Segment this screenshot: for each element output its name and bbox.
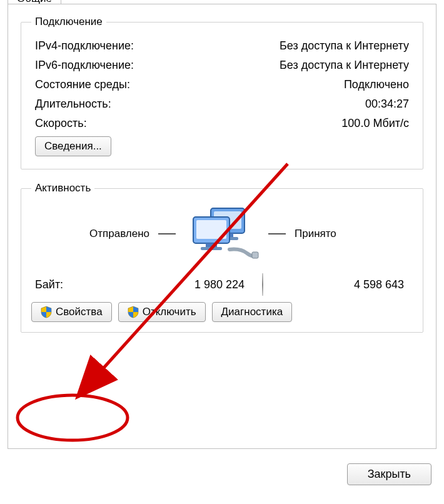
details-button[interactable]: Сведения... — [35, 136, 111, 156]
row-ipv4: IPv4-подключение: Без доступа к Интернет… — [35, 39, 409, 53]
sent-label: Отправлено — [89, 228, 149, 240]
shield-icon — [128, 306, 139, 318]
divider-right — [268, 233, 286, 234]
disable-button[interactable]: Отключить — [118, 302, 206, 322]
properties-button[interactable]: Свойства — [31, 302, 112, 322]
dialog-buttons: Закрыть — [347, 463, 431, 485]
properties-button-label: Свойства — [56, 306, 103, 318]
row-ipv6: IPv6-подключение: Без доступа к Интернет… — [35, 59, 409, 72]
recv-label: Принято — [295, 228, 336, 240]
bytes-sent: 1 980 224 — [116, 278, 262, 291]
label-media: Состояние среды: — [35, 78, 130, 91]
value-ipv6: Без доступа к Интернету — [280, 59, 409, 72]
svg-rect-5 — [196, 220, 226, 239]
connection-legend: Подключение — [31, 16, 106, 28]
activity-header: Отправлено — [31, 206, 413, 262]
diagnose-button-label: Диагностика — [221, 306, 283, 318]
diagnose-button[interactable]: Диагностика — [212, 302, 293, 322]
bytes-recv: 4 598 643 — [263, 278, 409, 291]
close-button[interactable]: Закрыть — [347, 463, 431, 485]
tab-panel-general: Подключение IPv4-подключение: Без доступ… — [8, 4, 436, 449]
network-computers-icon — [184, 206, 260, 262]
label-speed: Скорость: — [35, 117, 87, 130]
value-duration: 00:34:27 — [365, 98, 409, 111]
value-ipv4: Без доступа к Интернету — [280, 39, 409, 53]
bytes-row: Байт: 1 980 224 4 598 643 — [35, 273, 409, 296]
row-speed: Скорость: 100.0 Мбит/с — [35, 117, 409, 130]
divider-left — [158, 233, 176, 234]
row-duration: Длительность: 00:34:27 — [35, 98, 409, 111]
svg-rect-8 — [252, 252, 258, 258]
svg-rect-6 — [206, 243, 217, 247]
disable-button-label: Отключить — [143, 306, 196, 318]
label-duration: Длительность: — [35, 98, 111, 111]
label-ipv6: IPv6-подключение: — [35, 59, 134, 72]
connection-group: Подключение IPv4-подключение: Без доступ… — [21, 16, 423, 169]
value-speed: 100.0 Мбит/с — [341, 117, 409, 130]
row-media: Состояние среды: Подключено — [35, 78, 409, 91]
action-row: Свойства Отключить Диагностика — [31, 302, 413, 322]
shield-icon — [41, 306, 52, 318]
svg-rect-7 — [201, 247, 222, 250]
label-ipv4: IPv4-подключение: — [35, 39, 134, 53]
activity-legend: Активность — [31, 182, 94, 194]
close-button-label: Закрыть — [368, 468, 411, 481]
activity-group: Активность Отправлено — [21, 182, 423, 333]
value-media: Подключено — [344, 78, 409, 91]
bytes-label: Байт: — [35, 278, 116, 291]
details-button-label: Сведения... — [44, 140, 102, 153]
